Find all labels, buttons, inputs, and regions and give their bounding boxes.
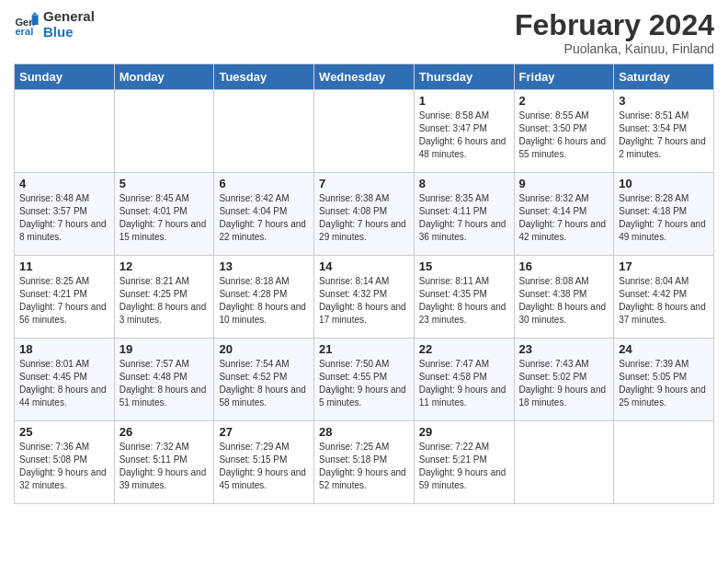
- calendar-week-row: 25Sunrise: 7:36 AMSunset: 5:08 PMDayligh…: [15, 421, 714, 504]
- day-number: 28: [319, 425, 409, 439]
- day-number: 23: [519, 342, 609, 356]
- day-number: 6: [219, 177, 309, 190]
- calendar-cell: 7Sunrise: 8:38 AMSunset: 4:08 PMDaylight…: [314, 173, 415, 256]
- calendar-cell: 13Sunrise: 8:18 AMSunset: 4:28 PMDayligh…: [214, 256, 314, 339]
- day-number: 16: [519, 259, 609, 273]
- calendar-week-row: 18Sunrise: 8:01 AMSunset: 4:45 PMDayligh…: [15, 339, 714, 421]
- day-info: Sunrise: 8:08 AMSunset: 4:38 PMDaylight:…: [519, 275, 609, 327]
- day-header-wednesday: Wednesday: [314, 64, 415, 90]
- calendar-cell: 16Sunrise: 8:08 AMSunset: 4:38 PMDayligh…: [514, 256, 614, 339]
- calendar-cell: [514, 421, 614, 504]
- calendar-cell: 26Sunrise: 7:32 AMSunset: 5:11 PMDayligh…: [114, 421, 214, 504]
- calendar-cell: 4Sunrise: 8:48 AMSunset: 3:57 PMDaylight…: [15, 173, 115, 256]
- calendar-cell: 14Sunrise: 8:14 AMSunset: 4:32 PMDayligh…: [314, 256, 415, 339]
- day-info: Sunrise: 7:47 AMSunset: 4:58 PMDaylight:…: [419, 358, 509, 409]
- calendar-cell: 18Sunrise: 8:01 AMSunset: 4:45 PMDayligh…: [15, 339, 115, 421]
- logo-icon: Gen eral: [14, 12, 40, 38]
- day-header-monday: Monday: [114, 64, 214, 90]
- calendar-cell: 24Sunrise: 7:39 AMSunset: 5:05 PMDayligh…: [614, 339, 714, 421]
- calendar-cell: 6Sunrise: 8:42 AMSunset: 4:04 PMDaylight…: [214, 173, 314, 256]
- day-info: Sunrise: 7:54 AMSunset: 4:52 PMDaylight:…: [219, 358, 309, 409]
- day-info: Sunrise: 7:25 AMSunset: 5:18 PMDaylight:…: [319, 441, 409, 492]
- day-number: 5: [119, 177, 210, 190]
- day-info: Sunrise: 8:32 AMSunset: 4:14 PMDaylight:…: [519, 192, 609, 244]
- day-info: Sunrise: 8:55 AMSunset: 3:50 PMDaylight:…: [519, 109, 609, 161]
- calendar-cell: [114, 90, 214, 173]
- calendar-body: 1Sunrise: 8:58 AMSunset: 3:47 PMDaylight…: [15, 90, 714, 504]
- day-number: 19: [119, 342, 210, 356]
- day-number: 18: [19, 342, 109, 356]
- day-number: 15: [419, 259, 509, 273]
- calendar-cell: 11Sunrise: 8:25 AMSunset: 4:21 PMDayligh…: [15, 256, 115, 339]
- day-number: 21: [319, 342, 409, 356]
- day-info: Sunrise: 8:14 AMSunset: 4:32 PMDaylight:…: [319, 275, 409, 327]
- day-number: 25: [19, 425, 109, 439]
- logo-text-line1: General: [43, 9, 95, 25]
- day-info: Sunrise: 8:45 AMSunset: 4:01 PMDaylight:…: [119, 192, 210, 244]
- calendar-cell: 15Sunrise: 8:11 AMSunset: 4:35 PMDayligh…: [414, 256, 514, 339]
- calendar-cell: 12Sunrise: 8:21 AMSunset: 4:25 PMDayligh…: [114, 256, 214, 339]
- day-info: Sunrise: 8:18 AMSunset: 4:28 PMDaylight:…: [219, 275, 309, 327]
- calendar-week-row: 1Sunrise: 8:58 AMSunset: 3:47 PMDaylight…: [15, 90, 714, 173]
- calendar-cell: 1Sunrise: 8:58 AMSunset: 3:47 PMDaylight…: [414, 90, 514, 173]
- svg-text:eral: eral: [15, 26, 33, 37]
- day-info: Sunrise: 8:04 AMSunset: 4:42 PMDaylight:…: [619, 275, 709, 327]
- day-info: Sunrise: 8:42 AMSunset: 4:04 PMDaylight:…: [219, 192, 309, 244]
- day-info: Sunrise: 8:51 AMSunset: 3:54 PMDaylight:…: [619, 109, 709, 161]
- calendar-cell: 8Sunrise: 8:35 AMSunset: 4:11 PMDaylight…: [414, 173, 514, 256]
- logo-text-line2: Blue: [43, 25, 95, 40]
- day-number: 10: [619, 177, 709, 190]
- day-info: Sunrise: 8:58 AMSunset: 3:47 PMDaylight:…: [419, 109, 509, 161]
- calendar-cell: 25Sunrise: 7:36 AMSunset: 5:08 PMDayligh…: [15, 421, 115, 504]
- logo: Gen eral General Blue: [14, 9, 95, 40]
- calendar-cell: 9Sunrise: 8:32 AMSunset: 4:14 PMDaylight…: [514, 173, 614, 256]
- day-info: Sunrise: 7:22 AMSunset: 5:21 PMDaylight:…: [419, 441, 509, 492]
- day-number: 9: [519, 177, 609, 190]
- day-info: Sunrise: 7:32 AMSunset: 5:11 PMDaylight:…: [119, 441, 210, 492]
- day-info: Sunrise: 8:21 AMSunset: 4:25 PMDaylight:…: [119, 275, 210, 327]
- calendar-subtitle: Puolanka, Kainuu, Finland: [515, 41, 714, 56]
- calendar-cell: [314, 90, 415, 173]
- calendar-cell: 29Sunrise: 7:22 AMSunset: 5:21 PMDayligh…: [414, 421, 514, 504]
- day-number: 14: [319, 259, 409, 273]
- svg-marker-2: [32, 15, 39, 25]
- day-header-friday: Friday: [514, 64, 614, 90]
- day-info: Sunrise: 8:25 AMSunset: 4:21 PMDaylight:…: [19, 275, 109, 327]
- calendar-header-row: SundayMondayTuesdayWednesdayThursdayFrid…: [15, 64, 714, 90]
- page-header: Gen eral General Blue February 2024 Puol…: [14, 9, 714, 56]
- day-header-sunday: Sunday: [15, 64, 115, 90]
- day-number: 27: [219, 425, 309, 439]
- day-info: Sunrise: 8:11 AMSunset: 4:35 PMDaylight:…: [419, 275, 509, 327]
- day-number: 20: [219, 342, 309, 356]
- day-number: 1: [419, 94, 509, 108]
- calendar-cell: 28Sunrise: 7:25 AMSunset: 5:18 PMDayligh…: [314, 421, 415, 504]
- day-number: 7: [319, 177, 409, 190]
- calendar-cell: 10Sunrise: 8:28 AMSunset: 4:18 PMDayligh…: [614, 173, 714, 256]
- day-info: Sunrise: 7:36 AMSunset: 5:08 PMDaylight:…: [19, 441, 109, 492]
- day-number: 26: [119, 425, 210, 439]
- calendar-cell: 27Sunrise: 7:29 AMSunset: 5:15 PMDayligh…: [214, 421, 314, 504]
- day-info: Sunrise: 7:50 AMSunset: 4:55 PMDaylight:…: [319, 358, 409, 409]
- calendar-cell: [15, 90, 115, 173]
- day-header-saturday: Saturday: [614, 64, 714, 90]
- day-info: Sunrise: 7:43 AMSunset: 5:02 PMDaylight:…: [519, 358, 609, 409]
- day-info: Sunrise: 8:28 AMSunset: 4:18 PMDaylight:…: [619, 192, 709, 244]
- day-number: 29: [419, 425, 509, 439]
- day-info: Sunrise: 7:57 AMSunset: 4:48 PMDaylight:…: [119, 358, 210, 409]
- calendar-title: February 2024: [515, 9, 714, 41]
- day-number: 24: [619, 342, 709, 356]
- calendar-table: SundayMondayTuesdayWednesdayThursdayFrid…: [14, 63, 714, 504]
- day-header-thursday: Thursday: [414, 64, 514, 90]
- calendar-cell: 2Sunrise: 8:55 AMSunset: 3:50 PMDaylight…: [514, 90, 614, 173]
- svg-marker-3: [32, 12, 39, 16]
- day-number: 2: [519, 94, 609, 108]
- day-number: 3: [619, 94, 709, 108]
- day-number: 13: [219, 259, 309, 273]
- day-info: Sunrise: 7:29 AMSunset: 5:15 PMDaylight:…: [219, 441, 309, 492]
- day-info: Sunrise: 7:39 AMSunset: 5:05 PMDaylight:…: [619, 358, 709, 409]
- calendar-cell: 17Sunrise: 8:04 AMSunset: 4:42 PMDayligh…: [614, 256, 714, 339]
- calendar-cell: 21Sunrise: 7:50 AMSunset: 4:55 PMDayligh…: [314, 339, 415, 421]
- title-block: February 2024 Puolanka, Kainuu, Finland: [515, 9, 714, 56]
- calendar-cell: [214, 90, 314, 173]
- calendar-cell: 19Sunrise: 7:57 AMSunset: 4:48 PMDayligh…: [114, 339, 214, 421]
